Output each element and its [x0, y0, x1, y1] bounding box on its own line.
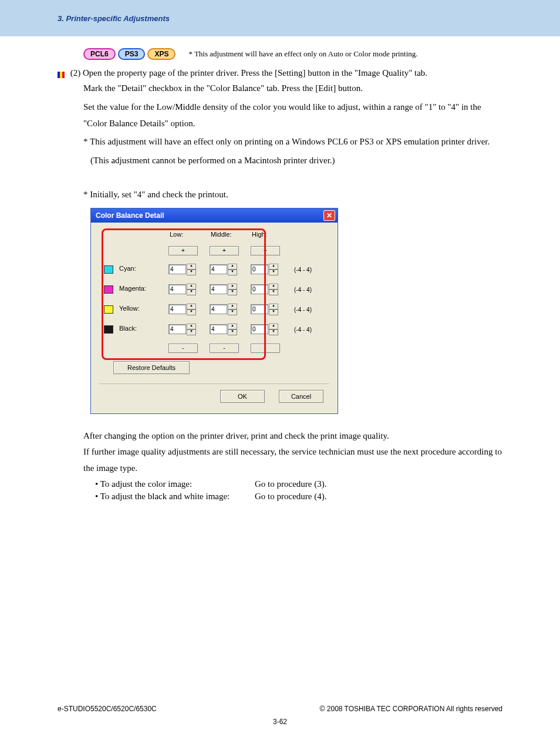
high-spinner[interactable]: 0▲▼: [251, 324, 292, 335]
spin-down-icon[interactable]: ▼: [269, 309, 278, 315]
low-value[interactable]: 4: [168, 284, 186, 294]
high-spinner[interactable]: 0▲▼: [251, 264, 292, 275]
spin-down-icon[interactable]: ▼: [269, 329, 278, 335]
after-p2: If further image quality adjustments are…: [83, 444, 502, 477]
spin-up-icon[interactable]: ▲: [269, 304, 278, 309]
middle-spinner[interactable]: 4▲▼: [210, 324, 251, 335]
low-spinner[interactable]: 4▲▼: [168, 264, 210, 275]
minus-high-button[interactable]: -: [251, 344, 280, 353]
minus-middle-button[interactable]: -: [210, 344, 239, 353]
page-number: 3-62: [0, 718, 560, 726]
high-spinner[interactable]: 0▲▼: [251, 304, 292, 315]
middle-value[interactable]: 4: [210, 264, 227, 274]
spin-down-icon[interactable]: ▼: [228, 270, 237, 275]
note-2-text: Initially, set "4" and check the printou…: [90, 190, 228, 199]
middle-spinner[interactable]: 4▲▼: [210, 284, 251, 295]
low-spinner[interactable]: 4▲▼: [168, 284, 210, 295]
low-spinner[interactable]: 4▲▼: [168, 324, 210, 335]
after-p1: After changing the option on the printer…: [83, 428, 502, 445]
spin-up-icon[interactable]: ▲: [228, 324, 237, 329]
spin-up-icon[interactable]: ▲: [228, 284, 237, 290]
low-value[interactable]: 4: [168, 304, 186, 314]
page-footer: e-STUDIO5520C/6520C/6530C © 2008 TOSHIBA…: [0, 705, 560, 726]
step-text-3: Set the value for the Low/Middle density…: [83, 99, 502, 132]
col-high: High:: [251, 231, 292, 238]
spin-down-icon[interactable]: ▼: [228, 329, 237, 335]
plus-low-button[interactable]: +: [168, 246, 198, 255]
spin-up-icon[interactable]: ▲: [187, 324, 196, 329]
color-label: Yellow:: [119, 305, 139, 312]
spin-up-icon[interactable]: ▲: [228, 264, 237, 270]
spin-up-icon[interactable]: ▲: [228, 304, 237, 309]
spin-up-icon[interactable]: ▲: [269, 264, 278, 270]
middle-spinner[interactable]: 4▲▼: [210, 304, 251, 315]
badge-xps: XPS: [147, 48, 176, 60]
range-label: (-4 - 4): [292, 287, 312, 293]
col-middle: Middle:: [210, 231, 251, 238]
color-label: Magenta:: [119, 285, 146, 292]
minus-low-button[interactable]: -: [168, 344, 198, 353]
low-value[interactable]: 4: [168, 264, 186, 274]
spin-up-icon[interactable]: ▲: [187, 264, 196, 270]
spin-down-icon[interactable]: ▼: [187, 290, 196, 295]
page-header: 3. Printer-specific Adjustments: [0, 0, 560, 36]
high-value[interactable]: 0: [251, 304, 268, 314]
note-2: * Initially, set "4" and check the print…: [83, 187, 502, 203]
spin-down-icon[interactable]: ▼: [187, 270, 196, 275]
spin-up-icon[interactable]: ▲: [269, 324, 278, 329]
middle-value[interactable]: 4: [210, 324, 227, 334]
dialog-title: Color Balance Detail: [96, 211, 164, 220]
swatch-icon: [104, 265, 113, 274]
note-1: * This adjustment will have an effect on…: [83, 134, 502, 150]
spin-down-icon[interactable]: ▼: [228, 309, 237, 315]
badge-note: * This adjustment will have an effect on…: [188, 49, 417, 59]
color-balance-dialog: Color Balance Detail ✕ Low: Middle: High…: [90, 208, 338, 414]
color-label: Cyan:: [119, 265, 136, 272]
spin-down-icon[interactable]: ▼: [187, 309, 196, 315]
restore-defaults-button[interactable]: Restore Defaults: [113, 361, 190, 374]
color-label: Black:: [119, 325, 137, 332]
high-value[interactable]: 0: [251, 324, 268, 334]
low-spinner[interactable]: 4▲▼: [168, 304, 210, 315]
step-number: (2): [70, 68, 81, 78]
high-value[interactable]: 0: [251, 264, 268, 274]
proc-bw-label: • To adjust the black and white image:: [95, 492, 255, 502]
spin-up-icon[interactable]: ▲: [269, 284, 278, 290]
ok-button[interactable]: OK: [220, 390, 265, 403]
step-text-1: Open the property page of the printer dr…: [83, 68, 427, 78]
footer-model: e-STUDIO5520C/6520C/6530C: [58, 705, 157, 713]
section-title: 3. Printer-specific Adjustments: [58, 14, 170, 23]
middle-value[interactable]: 4: [210, 284, 227, 294]
cancel-button[interactable]: Cancel: [279, 390, 323, 403]
middle-value[interactable]: 4: [210, 304, 227, 314]
spin-up-icon[interactable]: ▲: [187, 284, 196, 290]
swatch-icon: [104, 285, 113, 294]
middle-spinner[interactable]: 4▲▼: [210, 264, 251, 275]
dialog-titlebar[interactable]: Color Balance Detail ✕: [91, 208, 338, 223]
star-icon: *: [83, 137, 88, 146]
range-label: (-4 - 4): [292, 307, 312, 313]
star-icon: *: [83, 190, 88, 199]
plus-middle-button[interactable]: +: [210, 246, 239, 255]
step-2: (2) Open the property page of the printe…: [58, 68, 502, 78]
proc-bw-goto: Go to procedure (4).: [255, 492, 326, 502]
swatch-icon: [104, 305, 113, 314]
high-value[interactable]: 0: [251, 284, 268, 294]
note-1-text: This adjustment will have an effect only…: [90, 137, 490, 146]
low-value[interactable]: 4: [168, 324, 186, 334]
high-spinner[interactable]: 0▲▼: [251, 284, 292, 295]
spin-down-icon[interactable]: ▼: [228, 290, 237, 295]
close-icon[interactable]: ✕: [323, 210, 335, 221]
spin-up-icon[interactable]: ▲: [187, 304, 196, 309]
plus-high-button[interactable]: +: [251, 246, 280, 255]
footer-copyright: © 2008 TOSHIBA TEC CORPORATION All right…: [320, 705, 502, 713]
badge-ps3: PS3: [118, 48, 146, 60]
spin-down-icon[interactable]: ▼: [187, 329, 196, 335]
spin-down-icon[interactable]: ▼: [269, 290, 278, 295]
procedure-list: • To adjust the color image:Go to proced…: [95, 479, 502, 502]
swatch-icon: [104, 325, 113, 334]
spin-down-icon[interactable]: ▼: [269, 270, 278, 275]
note-1-sub: (This adjustment cannot be performed on …: [90, 153, 502, 169]
badge-pcl6: PCL6: [83, 48, 116, 60]
range-label: (-4 - 4): [292, 267, 312, 273]
